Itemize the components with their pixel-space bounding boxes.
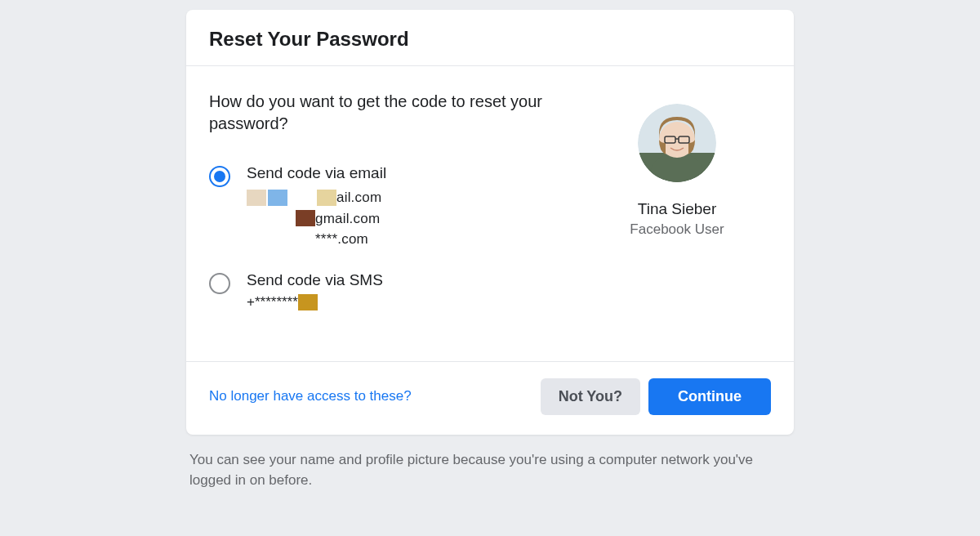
option-sms-label: Send code via SMS bbox=[247, 271, 583, 289]
user-column: Tina Sieber Facebook User bbox=[583, 91, 771, 332]
email-address-2: gmail.com bbox=[247, 208, 583, 230]
footer-buttons: Not You? Continue bbox=[541, 378, 771, 415]
email-address-3: ****.com bbox=[247, 229, 583, 250]
email-2-suffix: gmail.com bbox=[315, 208, 380, 230]
option-email[interactable]: Send code via email ail.com gmail.com bbox=[209, 164, 583, 250]
option-email-content: Send code via email ail.com gmail.com bbox=[247, 164, 583, 250]
email-3-suffix: ****.com bbox=[315, 229, 368, 250]
options-column: How do you want to get the code to reset… bbox=[209, 91, 583, 332]
card-body: How do you want to get the code to reset… bbox=[186, 66, 794, 362]
disclaimer: You can see your name and profile pictur… bbox=[186, 449, 794, 491]
radio-sms[interactable] bbox=[209, 273, 230, 294]
redacted-block bbox=[298, 294, 318, 310]
continue-button[interactable]: Continue bbox=[648, 378, 771, 415]
phone-prefix: +******** bbox=[247, 294, 298, 310]
redacted-block bbox=[268, 190, 287, 206]
card-footer: No longer have access to these? Not You?… bbox=[186, 362, 794, 435]
prompt-text: How do you want to get the code to reset… bbox=[209, 91, 583, 135]
redacted-block bbox=[317, 190, 336, 206]
card-header: Reset Your Password bbox=[186, 10, 794, 66]
redacted-block bbox=[247, 190, 266, 206]
radio-email[interactable] bbox=[209, 166, 230, 187]
page-title: Reset Your Password bbox=[209, 28, 771, 51]
avatar bbox=[638, 104, 716, 182]
email-1-suffix: ail.com bbox=[336, 187, 381, 208]
email-address-1: ail.com bbox=[247, 187, 583, 208]
no-access-link[interactable]: No longer have access to these? bbox=[209, 388, 412, 404]
option-sms[interactable]: Send code via SMS +******** bbox=[209, 271, 583, 310]
option-email-label: Send code via email bbox=[247, 164, 583, 182]
redacted-block bbox=[296, 210, 315, 226]
reset-password-card: Reset Your Password How do you want to g… bbox=[186, 10, 794, 435]
sms-phone: +******** bbox=[247, 294, 583, 310]
user-role: Facebook User bbox=[630, 221, 724, 238]
not-you-button[interactable]: Not You? bbox=[541, 378, 640, 415]
option-sms-content: Send code via SMS +******** bbox=[247, 271, 583, 310]
user-name: Tina Sieber bbox=[638, 200, 716, 218]
